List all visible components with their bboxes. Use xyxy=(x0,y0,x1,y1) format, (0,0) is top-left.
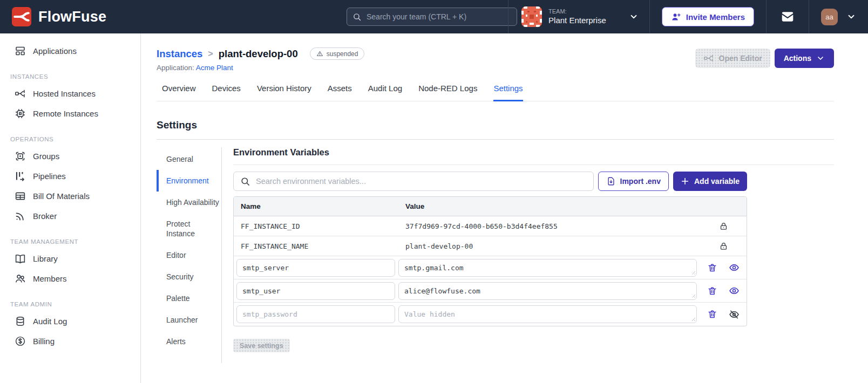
delete-variable-button[interactable] xyxy=(707,309,717,319)
settings-divider xyxy=(157,139,834,140)
env-variables-table: Name Value FF_INSTANCE_ID 37f7d969-97cd-… xyxy=(233,196,747,326)
user-avatar: aa xyxy=(821,9,838,25)
env-value-textarea[interactable]: alice@flowfuse.com xyxy=(398,282,697,300)
team-name: Plant Enterprise xyxy=(548,16,606,26)
sidebar-item-audit-log[interactable]: Audit Log xyxy=(0,311,140,331)
sidebar-item-groups[interactable]: Groups xyxy=(0,146,140,166)
brand-home-link[interactable]: FlowFuse xyxy=(0,7,106,26)
groups-icon xyxy=(15,151,26,162)
navbar-right: TEAM: Plant Enterprise Invite Members aa xyxy=(508,0,868,33)
search-icon xyxy=(352,12,362,22)
environment-panel: Environment Variables Import .env Add va… xyxy=(233,147,834,363)
status-badge-label: suspended xyxy=(327,50,358,58)
page-title: plant-develop-00 xyxy=(219,48,298,60)
env-value: 37f7d969-97cd-4000-b650-b3d4f4eef855 xyxy=(398,222,700,230)
tab-assets[interactable]: Assets xyxy=(328,84,352,101)
table-row-ff-instance-id: FF_INSTANCE_ID 37f7d969-97cd-4000-b650-b… xyxy=(234,216,747,236)
chip-icon xyxy=(15,108,26,119)
sidebar-item-remote-instances[interactable]: Remote Instances xyxy=(0,104,140,124)
tab-node-red-logs[interactable]: Node-RED Logs xyxy=(418,84,477,101)
env-value-textarea[interactable] xyxy=(398,305,697,323)
column-header-name: Name xyxy=(234,202,398,210)
sidebar-item-bill-of-materials[interactable]: Bill Of Materials xyxy=(0,186,140,206)
sidebar-item-label: Audit Log xyxy=(33,317,67,326)
actions-label: Actions xyxy=(784,54,811,63)
tab-devices[interactable]: Devices xyxy=(212,84,241,101)
open-editor-label: Open Editor xyxy=(719,54,762,63)
tab-overview[interactable]: Overview xyxy=(162,84,196,101)
environment-toolbar: Import .env Add variable xyxy=(233,172,747,191)
pipelines-icon xyxy=(15,170,26,182)
subnav-protect-instance[interactable]: Protect Instance xyxy=(157,213,221,244)
subnav-palette[interactable]: Palette xyxy=(157,288,221,309)
subnav-high-availability[interactable]: High Availability xyxy=(157,191,221,213)
sidebar-item-pipelines[interactable]: Pipelines xyxy=(0,166,140,186)
team-picker[interactable]: TEAM: Plant Enterprise xyxy=(508,0,649,33)
application-link[interactable]: Acme Plant xyxy=(196,64,233,72)
trash-icon xyxy=(707,263,717,273)
toggle-visibility-button[interactable] xyxy=(729,262,740,273)
database-icon xyxy=(15,316,26,327)
import-env-button[interactable]: Import .env xyxy=(598,172,669,191)
lock-icon xyxy=(719,242,728,251)
dollar-circle-icon xyxy=(15,336,26,347)
chevron-down-icon xyxy=(629,12,639,22)
env-name: FF_INSTANCE_NAME xyxy=(234,242,398,250)
sidebar-item-applications[interactable]: Applications xyxy=(0,41,140,61)
sidebar-item-label: Hosted Instances xyxy=(33,89,96,98)
subnav-security[interactable]: Security xyxy=(157,266,221,288)
env-name-input[interactable] xyxy=(236,305,395,323)
env-search-input[interactable] xyxy=(256,177,587,186)
table-row-smtp-server: smtp.gmail.com xyxy=(234,256,747,279)
sidebar-item-label: Bill Of Materials xyxy=(33,191,90,201)
eye-icon xyxy=(729,285,740,296)
toggle-visibility-button[interactable] xyxy=(729,285,740,296)
delete-variable-button[interactable] xyxy=(707,263,717,273)
notifications-button[interactable] xyxy=(767,0,809,33)
sidebar-item-label: Members xyxy=(33,274,67,283)
save-settings-button[interactable]: Save settings xyxy=(233,339,290,352)
table-header-row: Name Value xyxy=(234,197,747,216)
delete-variable-button[interactable] xyxy=(707,286,717,296)
signal-icon xyxy=(15,210,26,222)
team-label: TEAM: xyxy=(548,8,606,16)
toggle-visibility-button[interactable] xyxy=(729,309,740,320)
warning-icon xyxy=(316,50,323,57)
subnav-editor[interactable]: Editor xyxy=(157,244,221,266)
editor-branch-icon xyxy=(703,53,714,64)
sidebar-item-label: Remote Instances xyxy=(33,109,98,118)
add-variable-button[interactable]: Add variable xyxy=(673,172,747,191)
user-menu[interactable]: aa xyxy=(809,0,868,33)
env-value-textarea[interactable]: smtp.gmail.com xyxy=(398,259,697,277)
sidebar-item-broker[interactable]: Broker xyxy=(0,206,140,226)
environment-panel-title: Environment Variables xyxy=(233,147,834,165)
subnav-launcher[interactable]: Launcher xyxy=(157,309,221,331)
column-header-value: Value xyxy=(398,202,700,210)
trash-icon xyxy=(707,309,717,319)
sidebar-section-team-management: TEAM MANAGEMENT xyxy=(10,238,133,245)
tab-version-history[interactable]: Version History xyxy=(257,84,311,101)
sidebar-item-library[interactable]: Library xyxy=(0,249,140,269)
sidebar-item-billing[interactable]: Billing xyxy=(0,331,140,351)
breadcrumb-instances-link[interactable]: Instances xyxy=(157,48,202,60)
breadcrumb: Instances > plant-develop-00 suspended xyxy=(157,47,364,60)
subnav-alerts[interactable]: Alerts xyxy=(157,331,221,352)
tab-settings[interactable]: Settings xyxy=(493,84,523,101)
team-search-input[interactable] xyxy=(367,12,511,21)
sidebar-item-members[interactable]: Members xyxy=(0,269,140,289)
flowfuse-logo-icon xyxy=(12,7,31,26)
application-line: Application: Acme Plant xyxy=(157,64,364,72)
env-name-input[interactable] xyxy=(236,259,395,277)
subnav-general[interactable]: General xyxy=(157,148,221,170)
open-editor-button[interactable]: Open Editor xyxy=(695,49,770,68)
tab-audit-log[interactable]: Audit Log xyxy=(368,84,402,101)
invite-members-button[interactable]: Invite Members xyxy=(662,7,754,26)
table-row-ff-instance-name: FF_INSTANCE_NAME plant-develop-00 xyxy=(234,236,747,256)
sidebar-item-label: Applications xyxy=(33,46,77,56)
subnav-environment[interactable]: Environment xyxy=(157,170,221,191)
env-name-input[interactable] xyxy=(236,282,395,300)
sidebar-section-instances: INSTANCES xyxy=(10,73,133,80)
team-search xyxy=(347,8,517,26)
actions-button[interactable]: Actions xyxy=(775,49,834,68)
sidebar-item-hosted-instances[interactable]: Hosted Instances xyxy=(0,84,140,104)
